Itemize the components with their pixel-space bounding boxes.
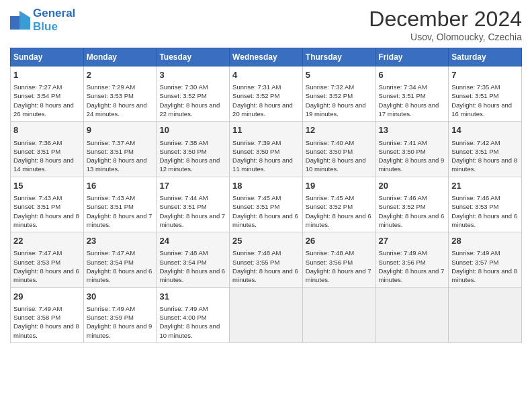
calendar-cell: 9Sunrise: 7:37 AMSunset: 3:51 PMDaylight… bbox=[83, 122, 157, 177]
day-number: 11 bbox=[232, 124, 300, 136]
daylight-text: Daylight: 8 hours and 24 minutes. bbox=[87, 101, 147, 118]
calendar-cell: 15Sunrise: 7:43 AMSunset: 3:51 PMDayligh… bbox=[11, 177, 84, 232]
svg-marker-1 bbox=[19, 11, 30, 17]
title-area: December 2024 Usov, Olomoucky, Czechia bbox=[369, 7, 522, 42]
sunrise-text: Sunrise: 7:42 AM bbox=[451, 139, 500, 146]
sunrise-text: Sunrise: 7:43 AM bbox=[13, 194, 62, 201]
sunset-text: Sunset: 3:50 PM bbox=[159, 148, 206, 155]
day-number: 24 bbox=[159, 235, 226, 247]
sunset-text: Sunset: 3:51 PM bbox=[379, 92, 426, 99]
day-number: 6 bbox=[379, 69, 446, 81]
daylight-text: Daylight: 8 hours and 14 minutes. bbox=[13, 156, 74, 173]
calendar-cell: 3Sunrise: 7:30 AMSunset: 3:52 PMDaylight… bbox=[157, 66, 230, 122]
calendar-cell: 7Sunrise: 7:35 AMSunset: 3:51 PMDaylight… bbox=[449, 66, 522, 122]
sunrise-text: Sunrise: 7:48 AM bbox=[159, 249, 208, 257]
daylight-text: Daylight: 8 hours and 7 minutes. bbox=[306, 267, 371, 283]
sunrise-text: Sunrise: 7:44 AM bbox=[159, 194, 208, 201]
daylight-text: Daylight: 8 hours and 9 minutes. bbox=[87, 322, 152, 338]
sunset-text: Sunset: 3:51 PM bbox=[87, 148, 134, 155]
sunset-text: Sunset: 3:56 PM bbox=[306, 259, 353, 266]
day-number: 3 bbox=[159, 69, 226, 81]
sunrise-text: Sunrise: 7:34 AM bbox=[379, 83, 427, 91]
calendar-cell: 24Sunrise: 7:48 AMSunset: 3:54 PMDayligh… bbox=[157, 232, 230, 287]
svg-rect-0 bbox=[10, 16, 19, 30]
daylight-text: Daylight: 8 hours and 13 minutes. bbox=[87, 156, 147, 173]
sunrise-text: Sunrise: 7:47 AM bbox=[87, 249, 135, 257]
day-number: 7 bbox=[451, 69, 519, 81]
calendar-cell: 16Sunrise: 7:43 AMSunset: 3:51 PMDayligh… bbox=[83, 177, 157, 232]
sunset-text: Sunset: 3:53 PM bbox=[13, 259, 60, 266]
calendar-cell: 17Sunrise: 7:44 AMSunset: 3:51 PMDayligh… bbox=[157, 177, 230, 232]
calendar-cell: 30Sunrise: 7:49 AMSunset: 3:59 PMDayligh… bbox=[83, 287, 157, 342]
sunset-text: Sunset: 3:53 PM bbox=[451, 203, 498, 210]
sunrise-text: Sunrise: 7:48 AM bbox=[232, 249, 281, 257]
calendar-cell: 23Sunrise: 7:47 AMSunset: 3:54 PMDayligh… bbox=[83, 232, 157, 287]
calendar-cell: 11Sunrise: 7:39 AMSunset: 3:50 PMDayligh… bbox=[230, 122, 303, 177]
calendar-cell: 1Sunrise: 7:27 AMSunset: 3:54 PMDaylight… bbox=[11, 66, 84, 122]
sunrise-text: Sunrise: 7:46 AM bbox=[379, 194, 427, 201]
daylight-text: Daylight: 8 hours and 16 minutes. bbox=[451, 101, 512, 118]
svg-rect-2 bbox=[19, 17, 30, 30]
week-row: 15Sunrise: 7:43 AMSunset: 3:51 PMDayligh… bbox=[11, 177, 522, 232]
sunset-text: Sunset: 3:52 PM bbox=[306, 203, 353, 210]
calendar-cell: 22Sunrise: 7:47 AMSunset: 3:53 PMDayligh… bbox=[11, 232, 84, 287]
calendar-cell: 2Sunrise: 7:29 AMSunset: 3:53 PMDaylight… bbox=[83, 66, 157, 122]
daylight-text: Daylight: 8 hours and 8 minutes. bbox=[13, 322, 79, 338]
sunrise-text: Sunrise: 7:35 AM bbox=[451, 83, 500, 91]
day-number: 28 bbox=[451, 235, 519, 247]
day-number: 29 bbox=[13, 291, 81, 303]
daylight-text: Daylight: 8 hours and 22 minutes. bbox=[159, 101, 220, 118]
sunset-text: Sunset: 3:56 PM bbox=[379, 259, 426, 266]
day-number: 21 bbox=[451, 180, 519, 192]
sunrise-text: Sunrise: 7:45 AM bbox=[232, 194, 281, 201]
day-number: 13 bbox=[379, 124, 446, 136]
calendar-table: SundayMondayTuesdayWednesdayThursdayFrid… bbox=[10, 48, 522, 343]
daylight-text: Daylight: 8 hours and 7 minutes. bbox=[159, 212, 225, 228]
sunrise-text: Sunrise: 7:27 AM bbox=[13, 83, 62, 91]
daylight-text: Daylight: 8 hours and 20 minutes. bbox=[232, 101, 293, 118]
daylight-text: Daylight: 8 hours and 6 minutes. bbox=[159, 267, 225, 283]
calendar-cell bbox=[230, 287, 303, 342]
sunset-text: Sunset: 3:52 PM bbox=[159, 92, 206, 99]
sunrise-text: Sunrise: 7:45 AM bbox=[306, 194, 354, 201]
sunset-text: Sunset: 3:51 PM bbox=[13, 148, 60, 155]
logo-blue: Blue bbox=[33, 20, 58, 33]
header-day-tuesday: Tuesday bbox=[157, 48, 230, 66]
sunset-text: Sunset: 3:51 PM bbox=[451, 92, 498, 99]
daylight-text: Daylight: 8 hours and 8 minutes. bbox=[451, 267, 517, 283]
week-row: 1Sunrise: 7:27 AMSunset: 3:54 PMDaylight… bbox=[11, 66, 522, 122]
day-number: 10 bbox=[159, 124, 226, 136]
daylight-text: Daylight: 8 hours and 6 minutes. bbox=[232, 267, 298, 283]
sunrise-text: Sunrise: 7:30 AM bbox=[159, 83, 208, 91]
calendar-page: General Blue December 2024 Usov, Olomouc… bbox=[0, 0, 532, 411]
calendar-cell: 10Sunrise: 7:38 AMSunset: 3:50 PMDayligh… bbox=[157, 122, 230, 177]
day-number: 14 bbox=[451, 124, 519, 136]
header-row: SundayMondayTuesdayWednesdayThursdayFrid… bbox=[11, 48, 522, 66]
sunrise-text: Sunrise: 7:39 AM bbox=[232, 139, 281, 146]
sunset-text: Sunset: 3:59 PM bbox=[87, 314, 134, 321]
sunset-text: Sunset: 3:57 PM bbox=[451, 259, 498, 266]
calendar-cell: 21Sunrise: 7:46 AMSunset: 3:53 PMDayligh… bbox=[449, 177, 522, 232]
sunset-text: Sunset: 3:51 PM bbox=[13, 203, 60, 210]
sunset-text: Sunset: 4:00 PM bbox=[159, 314, 206, 321]
week-row: 22Sunrise: 7:47 AMSunset: 3:53 PMDayligh… bbox=[11, 232, 522, 287]
day-number: 8 bbox=[13, 124, 81, 136]
daylight-text: Daylight: 8 hours and 8 minutes. bbox=[13, 212, 79, 228]
sunrise-text: Sunrise: 7:43 AM bbox=[87, 194, 135, 201]
daylight-text: Daylight: 8 hours and 7 minutes. bbox=[379, 267, 445, 283]
day-number: 20 bbox=[379, 180, 446, 192]
day-number: 4 bbox=[232, 69, 300, 81]
sunrise-text: Sunrise: 7:48 AM bbox=[306, 249, 354, 257]
day-number: 15 bbox=[13, 180, 81, 192]
sunset-text: Sunset: 3:50 PM bbox=[232, 148, 279, 155]
daylight-text: Daylight: 8 hours and 12 minutes. bbox=[159, 156, 220, 173]
calendar-cell bbox=[302, 287, 375, 342]
sunset-text: Sunset: 3:53 PM bbox=[87, 92, 134, 99]
sunset-text: Sunset: 3:51 PM bbox=[232, 203, 279, 210]
sunset-text: Sunset: 3:52 PM bbox=[379, 203, 426, 210]
day-number: 1 bbox=[13, 69, 81, 81]
daylight-text: Daylight: 8 hours and 6 minutes. bbox=[13, 267, 79, 283]
day-number: 19 bbox=[306, 180, 373, 192]
day-number: 2 bbox=[87, 69, 154, 81]
calendar-cell: 25Sunrise: 7:48 AMSunset: 3:55 PMDayligh… bbox=[230, 232, 303, 287]
